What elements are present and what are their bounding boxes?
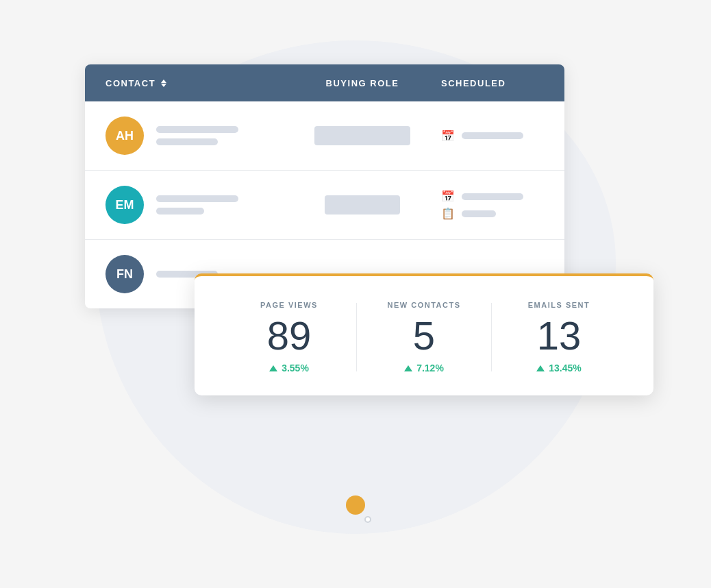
avatar-initials: EM: [116, 198, 134, 212]
scheduled-item: 📅: [441, 190, 544, 203]
scheduled-column-header: SCHEDULED: [441, 77, 544, 89]
sort-icon[interactable]: [161, 79, 166, 87]
stat-page-views-percent: 3.55%: [282, 363, 309, 373]
scheduled-placeholder-bar: [462, 193, 523, 200]
stat-new-contacts: NEW CONTACTS 5 7.12%: [357, 301, 491, 373]
stat-page-views: PAGE VIEWS 89 3.55%: [222, 301, 356, 373]
buying-role-pill: [314, 126, 410, 145]
sort-down-arrow: [161, 84, 166, 87]
contact-column-header[interactable]: CONTACT: [105, 78, 284, 88]
decorative-dot-orange: [346, 495, 365, 515]
contacts-table: CONTACT BUYING ROLE SCHEDULED AH: [85, 64, 564, 308]
stat-emails-sent-percent: 13.45%: [549, 363, 581, 373]
table-header: CONTACT BUYING ROLE SCHEDULED: [85, 64, 564, 101]
stat-emails-sent: EMAILS SENT 13 13.45%: [492, 301, 626, 373]
table-row[interactable]: EM 📅 📋: [85, 171, 564, 240]
scheduled-item-2: 📋: [441, 207, 544, 220]
sort-up-arrow: [161, 79, 166, 83]
name-placeholder-bar: [156, 126, 238, 133]
trend-up-icon: [536, 365, 545, 371]
avatar-initials: FN: [116, 267, 133, 282]
contact-info: [156, 195, 238, 215]
detail-placeholder-bar: [156, 138, 218, 145]
scene: CONTACT BUYING ROLE SCHEDULED AH: [47, 27, 664, 561]
avatar: AH: [105, 117, 144, 155]
stat-new-contacts-value: 5: [413, 316, 435, 356]
buying-role-header-label: BUYING ROLE: [326, 78, 399, 88]
table-row[interactable]: AH 📅: [85, 101, 564, 171]
stat-page-views-value: 89: [267, 316, 312, 356]
calendar-icon: 📅: [441, 190, 455, 203]
decorative-dot-white: [364, 516, 371, 523]
stat-new-contacts-percent: 7.12%: [416, 363, 444, 373]
calendar-icon: 📅: [441, 130, 455, 143]
stat-page-views-label: PAGE VIEWS: [260, 301, 318, 309]
scheduled-cell: 📅 📋: [441, 190, 544, 220]
contact-header-label: CONTACT: [105, 78, 155, 88]
scheduled-item: 📅: [441, 130, 544, 143]
buying-role-column-header: BUYING ROLE: [284, 77, 441, 89]
stat-new-contacts-label: NEW CONTACTS: [387, 301, 460, 309]
contact-cell: EM: [105, 186, 284, 224]
buying-role-cell: [284, 195, 441, 215]
detail-placeholder-bar: [156, 208, 204, 215]
avatar-initials: AH: [116, 129, 134, 143]
contact-cell: AH: [105, 117, 284, 155]
contact-info: [156, 126, 238, 145]
scheduled-header-label: SCHEDULED: [441, 78, 506, 88]
stat-emails-sent-value: 13: [537, 316, 582, 356]
scheduled-cell: 📅: [441, 130, 544, 143]
scheduled-placeholder-bar-2: [462, 210, 496, 217]
buying-role-cell: [284, 126, 441, 145]
stat-emails-sent-change: 13.45%: [536, 363, 581, 373]
scheduled-placeholder-bar: [462, 132, 523, 139]
avatar: FN: [105, 255, 144, 293]
trend-up-icon: [404, 365, 412, 371]
note-icon: 📋: [441, 207, 455, 220]
stat-page-views-change: 3.55%: [269, 363, 309, 373]
trend-up-icon: [269, 365, 277, 371]
stat-emails-sent-label: EMAILS SENT: [528, 301, 590, 309]
stats-card: PAGE VIEWS 89 3.55% NEW CONTACTS 5 7.12%…: [195, 273, 653, 395]
stat-new-contacts-change: 7.12%: [404, 363, 444, 373]
buying-role-pill: [325, 195, 400, 215]
avatar: EM: [105, 186, 144, 224]
name-placeholder-bar: [156, 195, 238, 202]
